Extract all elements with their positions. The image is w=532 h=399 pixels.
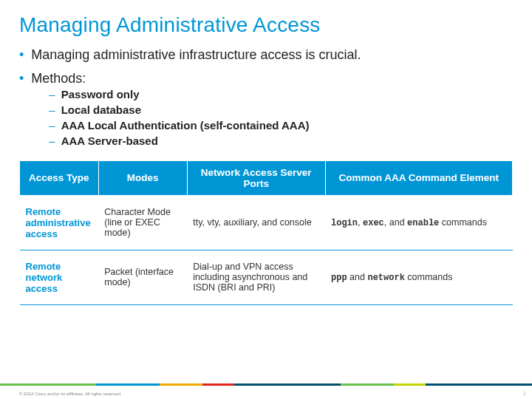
copyright-text: © 2012 Cisco and/or its affiliates. All … bbox=[19, 392, 122, 396]
table-header-row: Access Type Modes Network Access Server … bbox=[20, 160, 513, 195]
bar-segment bbox=[426, 383, 532, 386]
cell-ports: tty, vty, auxiliary, and console bbox=[187, 195, 325, 250]
cell-modes: Character Mode (line or EXEC mode) bbox=[98, 195, 187, 250]
col-header: Common AAA Command Element bbox=[325, 160, 512, 195]
sub-text: AAA Local Authentication (self-contained… bbox=[61, 119, 310, 132]
bar-segment bbox=[234, 383, 341, 386]
sub-item: AAA Server-based bbox=[49, 134, 513, 147]
cmd-code: enable bbox=[407, 218, 439, 228]
bullet-text: Methods: bbox=[31, 71, 86, 86]
slide: Managing Administrative Access Managing … bbox=[0, 0, 532, 399]
col-header: Network Access Server Ports bbox=[187, 160, 325, 195]
table-row: Remote administrative access Character M… bbox=[20, 195, 513, 250]
cmd-join: and bbox=[347, 272, 368, 282]
bar-segment bbox=[0, 383, 96, 386]
cell-access-type: Remote network access bbox=[20, 250, 99, 304]
bullet-list: Managing administrative infrastructure a… bbox=[19, 47, 513, 150]
sub-text: AAA Server-based bbox=[61, 134, 158, 147]
sub-list: Password only Local database AAA Local A… bbox=[31, 88, 513, 147]
sub-text: Password only bbox=[61, 88, 140, 100]
page-number: 2 bbox=[523, 390, 526, 397]
bullet-item: Managing administrative infrastructure a… bbox=[19, 47, 513, 64]
sub-text: Local database bbox=[61, 103, 141, 116]
col-header: Modes bbox=[98, 160, 187, 195]
cell-access-type: Remote administrative access bbox=[20, 195, 99, 250]
bullet-text: Managing administrative infrastructure a… bbox=[31, 47, 361, 63]
bar-segment bbox=[341, 383, 394, 386]
sub-item: AAA Local Authentication (self-contained… bbox=[49, 119, 513, 132]
bar-segment bbox=[96, 383, 160, 386]
cell-cmd: ppp and network commands bbox=[325, 250, 512, 304]
bar-segment bbox=[202, 383, 234, 386]
slide-title: Managing Administrative Access bbox=[19, 13, 513, 37]
bar-segment bbox=[394, 383, 426, 386]
cmd-suffix: commands bbox=[439, 217, 487, 228]
cmd-code: network bbox=[367, 273, 404, 283]
sub-item: Local database bbox=[49, 103, 513, 116]
table: Access Type Modes Network Access Server … bbox=[19, 160, 513, 305]
cell-ports: Dial-up and VPN access including asynchr… bbox=[187, 250, 325, 304]
sub-item: Password only bbox=[49, 88, 513, 100]
bar-segment bbox=[160, 383, 202, 386]
cmd-code: ppp bbox=[331, 273, 347, 283]
col-header: Access Type bbox=[20, 160, 99, 195]
cmd-code: exec bbox=[363, 218, 384, 228]
cmd-join: , bbox=[358, 217, 363, 228]
cmd-suffix: commands bbox=[405, 272, 453, 282]
cmd-join: , and bbox=[384, 217, 407, 228]
cell-cmd: login, exec, and enable commands bbox=[325, 195, 512, 250]
bullet-item: Methods: Password only Local database AA… bbox=[19, 71, 513, 150]
table-row: Remote network access Packet (interface … bbox=[20, 250, 513, 304]
cell-modes: Packet (interface mode) bbox=[98, 250, 187, 304]
footer-color-bar bbox=[0, 383, 532, 386]
cmd-code: login bbox=[331, 218, 358, 228]
title-text: Managing Administrative Access bbox=[19, 13, 321, 36]
access-table: Access Type Modes Network Access Server … bbox=[19, 160, 513, 305]
